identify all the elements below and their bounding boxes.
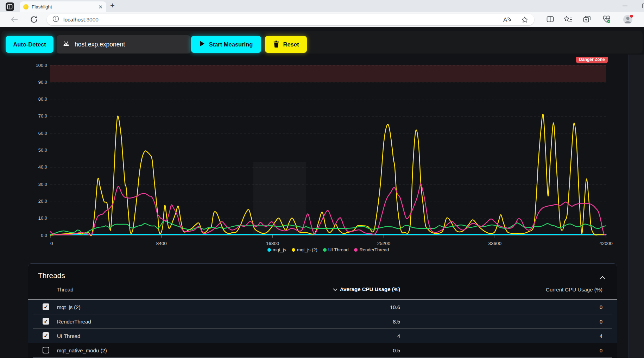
y-axis-tick-label: 80.0 <box>38 96 47 102</box>
x-axis-tick-label: 42000 <box>599 241 613 246</box>
series-line-mqt_js <box>50 234 606 235</box>
danger-zone-band <box>50 65 606 82</box>
avg-cpu-value: 10.6 <box>330 300 400 314</box>
column-header-thread[interactable]: Thread <box>57 287 74 293</box>
chart-legend: mqt_jsmqt_js (2)UI ThreadRenderThread <box>50 247 606 252</box>
current-cpu-value: 0 <box>532 314 602 329</box>
y-axis-tick-label: 60.0 <box>38 131 47 136</box>
avg-cpu-value: 8.5 <box>330 314 400 329</box>
column-header-average-cpu[interactable]: Average CPU Usage (%) <box>306 286 400 292</box>
y-axis-tick-label: 40.0 <box>38 164 47 170</box>
threads-table-body: ✓mqt_js (2)10.60✓RenderThread8.50✓UI Thr… <box>28 300 617 358</box>
legend-dot-icon <box>323 248 327 252</box>
y-axis-tick-label: 30.0 <box>38 182 47 187</box>
page-scroll-gutter[interactable] <box>629 55 644 358</box>
y-axis-tick-label: 50.0 <box>38 147 47 153</box>
thread-name: RenderThread <box>57 314 91 329</box>
app-window: Flashlight ✕ + localhost:3000 A <box>0 0 644 358</box>
current-cpu-value: 0 <box>532 343 602 358</box>
x-axis-tick-label: 0 <box>50 241 53 246</box>
legend-item: mqt_js (2) <box>292 247 317 252</box>
x-axis-tick-label: 25200 <box>377 241 391 246</box>
checkbox-checked[interactable]: ✓ <box>43 303 49 310</box>
current-cpu-value: 4 <box>532 329 602 343</box>
table-row[interactable]: ✓RenderThread8.50 <box>28 314 617 329</box>
legend-item: UI Thread <box>323 247 349 252</box>
y-axis-tick-label: 70.0 <box>38 113 47 119</box>
y-axis-tick-label: 10.0 <box>38 215 47 221</box>
legend-dot-icon <box>292 248 295 252</box>
threads-panel-title: Threads <box>38 271 65 280</box>
checkbox-checked[interactable]: ✓ <box>43 332 49 339</box>
legend-item: RenderThread <box>354 247 389 252</box>
legend-dot-icon <box>267 248 271 252</box>
table-row[interactable]: ✓UI Thread44 <box>28 329 617 343</box>
y-axis-tick-label: 0.0 <box>41 233 47 238</box>
legend-item: mqt_js <box>267 247 286 252</box>
thread-name: UI Thread <box>57 329 80 343</box>
collapse-chevron-icon[interactable] <box>600 274 605 281</box>
thread-name: mqt_native_modu (2) <box>57 343 107 358</box>
column-header-current-cpu[interactable]: Current CPU Usage (%) <box>486 287 602 293</box>
row-divider <box>33 357 612 358</box>
checkbox-unchecked[interactable] <box>43 347 49 353</box>
x-axis-tick-label: 33600 <box>488 241 501 246</box>
danger-zone-badge: Danger Zone <box>576 57 608 63</box>
y-axis-tick-label: 100.0 <box>36 63 47 68</box>
sort-chevron-down-icon <box>333 286 337 292</box>
avg-cpu-value: 0.5 <box>330 343 400 358</box>
avg-cpu-value: 4 <box>330 329 400 343</box>
x-axis-tick-label: 16800 <box>266 241 279 246</box>
threads-panel: Threads Thread Average CPU Usage (%) Cur… <box>28 263 617 358</box>
current-cpu-value: 0 <box>532 300 602 314</box>
table-row[interactable]: ✓mqt_js (2)10.60 <box>28 300 617 314</box>
checkbox-checked[interactable]: ✓ <box>43 318 49 325</box>
y-axis-tick-label: 90.0 <box>38 80 47 85</box>
thread-name: mqt_js (2) <box>57 300 81 314</box>
x-axis-tick-label: 8400 <box>156 241 167 246</box>
y-axis-tick-label: 20.0 <box>38 199 47 204</box>
table-row[interactable]: mqt_native_modu (2)0.50 <box>28 343 617 358</box>
series-line-mqt_js (2) <box>50 114 606 236</box>
legend-dot-icon <box>354 248 358 252</box>
